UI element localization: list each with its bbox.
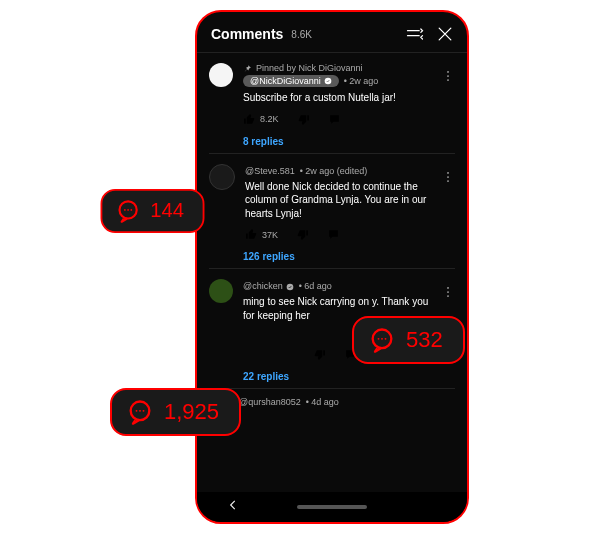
comment-text: Well done Nick decided to continue the c…: [245, 180, 440, 221]
reply-button[interactable]: [328, 113, 341, 126]
svg-point-10: [447, 295, 449, 297]
author-chip[interactable]: @NickDiGiovanni: [243, 75, 339, 87]
badge-count: 1,925: [164, 399, 219, 425]
avatar[interactable]: [209, 279, 233, 303]
timestamp: • 4d ago: [306, 397, 339, 407]
svg-point-14: [130, 209, 132, 211]
svg-point-12: [124, 209, 126, 211]
replies-link[interactable]: 8 replies: [243, 136, 455, 147]
svg-point-7: [286, 284, 293, 291]
sort-icon[interactable]: [405, 24, 425, 44]
timestamp: • 6d ago: [299, 281, 332, 291]
dislike-button[interactable]: [297, 113, 310, 126]
svg-point-13: [127, 209, 129, 211]
overlay-badge: 144: [101, 189, 205, 233]
dislike-button[interactable]: [296, 228, 309, 241]
comment-item: Pinned by Nick DiGiovanni @NickDiGiovann…: [209, 53, 455, 126]
comment-actions: 8.2K: [243, 113, 455, 126]
comment-text: Subscribe for a custom Nutella jar!: [243, 91, 438, 105]
comment-item: @Steve.581 • 2w ago (edited) Well done N…: [209, 154, 455, 242]
svg-point-4: [447, 172, 449, 174]
svg-point-21: [139, 410, 141, 412]
svg-point-16: [378, 338, 380, 340]
phone-frame: Comments 8.6K Pinned by Nick DiGiovanni: [195, 10, 469, 524]
more-icon[interactable]: [441, 69, 455, 87]
svg-point-8: [447, 287, 449, 289]
home-pill[interactable]: [297, 505, 367, 509]
svg-point-17: [381, 338, 383, 340]
header-title: Comments: [211, 26, 283, 42]
timestamp: • 2w ago (edited): [300, 166, 368, 176]
dislike-button[interactable]: [313, 348, 326, 361]
svg-point-22: [143, 410, 145, 412]
pinned-label: Pinned by Nick DiGiovanni: [243, 63, 455, 73]
author-name: @NickDiGiovanni: [250, 76, 321, 86]
verified-icon: [324, 77, 332, 85]
author-name[interactable]: @chicken: [243, 281, 283, 291]
overlay-badge: 1,925: [110, 388, 241, 436]
svg-point-2: [447, 75, 449, 77]
svg-point-1: [447, 71, 449, 73]
svg-point-5: [447, 176, 449, 178]
header-count: 8.6K: [291, 29, 312, 40]
svg-point-20: [136, 410, 138, 412]
svg-point-18: [385, 338, 387, 340]
badge-count: 144: [150, 199, 184, 223]
svg-point-0: [324, 78, 331, 85]
like-button[interactable]: 37K: [245, 228, 278, 241]
comment-item: @qurshan8052 • 4d ago: [209, 389, 455, 415]
reply-button[interactable]: [327, 228, 340, 241]
replies-link[interactable]: 126 replies: [243, 251, 455, 262]
replies-link[interactable]: 22 replies: [243, 371, 455, 382]
like-count: 8.2K: [260, 114, 279, 124]
close-icon[interactable]: [435, 24, 455, 44]
overlay-badge: 532: [352, 316, 465, 364]
verified-icon: [286, 282, 294, 290]
timestamp: • 2w ago: [344, 76, 379, 86]
nav-bar: [197, 492, 467, 522]
like-count: 37K: [262, 230, 278, 240]
comments-header: Comments 8.6K: [197, 12, 467, 52]
like-button[interactable]: 8.2K: [243, 113, 279, 126]
more-icon[interactable]: [441, 285, 455, 303]
more-icon[interactable]: [441, 170, 455, 188]
badge-count: 532: [406, 327, 443, 353]
avatar[interactable]: [209, 164, 235, 190]
back-button[interactable]: [226, 498, 240, 516]
author-name[interactable]: @Steve.581: [245, 166, 295, 176]
author-name[interactable]: @qurshan8052: [239, 397, 301, 407]
svg-point-3: [447, 79, 449, 81]
avatar[interactable]: [209, 63, 233, 87]
comment-actions: 37K: [245, 228, 455, 241]
svg-point-9: [447, 291, 449, 293]
pinned-text: Pinned by Nick DiGiovanni: [256, 63, 363, 73]
svg-point-6: [447, 180, 449, 182]
